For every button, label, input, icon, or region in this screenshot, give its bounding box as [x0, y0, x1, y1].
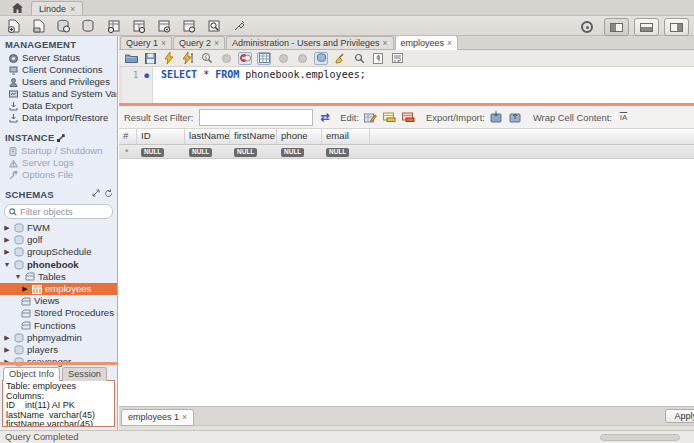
tree-item-employees[interactable]: ▶ employees — [0, 283, 117, 295]
create-schema-icon[interactable] — [81, 18, 97, 33]
tab-administration-users[interactable]: Administration - Users and Privileges× — [226, 36, 394, 49]
result-filter-input[interactable] — [199, 109, 313, 126]
sidebar-item-client-connections[interactable]: Client Connections — [0, 64, 117, 76]
tree-item-players[interactable]: ▶ players — [0, 344, 117, 356]
expand-panel-icon[interactable] — [92, 189, 100, 198]
toggle-left-panel-button[interactable] — [604, 18, 629, 36]
column-header-lastname[interactable]: lastName — [185, 129, 230, 144]
column-header-hash[interactable]: # — [119, 129, 137, 144]
toggle-autocommit-icon[interactable] — [314, 52, 328, 65]
rollback-icon[interactable] — [295, 52, 309, 65]
close-icon[interactable]: × — [447, 37, 452, 49]
home-tab[interactable] — [6, 1, 28, 14]
limit-rows-icon[interactable] — [257, 52, 271, 65]
open-inspector-icon[interactable] — [56, 18, 72, 33]
tree-item-stored-procedures[interactable]: Stored Procedures — [0, 307, 117, 319]
reconnect-dbms-icon[interactable] — [231, 18, 247, 33]
chevron-right-icon[interactable]: ▶ — [3, 332, 11, 344]
sidebar-item-startup-shutdown[interactable]: Startup / Shutdown — [0, 145, 117, 157]
close-icon[interactable]: × — [182, 410, 187, 425]
search-table-data-icon[interactable] — [206, 18, 222, 33]
tree-item-phonebook[interactable]: ▼ phonebook — [0, 259, 117, 271]
apply-button[interactable]: Apply — [665, 409, 694, 423]
chevron-right-icon[interactable]: ▶ — [3, 222, 11, 234]
tab-object-info[interactable]: Object Info — [3, 367, 60, 381]
sidebar-item-status-system-variables[interactable]: Status and System Variables — [0, 88, 117, 100]
chevron-right-icon[interactable]: ▶ — [3, 234, 11, 246]
tree-item-phpmyadmin[interactable]: ▶ phpmyadmin — [0, 332, 117, 344]
column-header-email[interactable]: email — [322, 129, 370, 144]
cell-email[interactable]: NULL — [322, 146, 370, 157]
export-icon[interactable] — [489, 111, 504, 124]
scrollbar-thumb[interactable] — [600, 434, 680, 441]
tree-item-views[interactable]: Views — [0, 295, 117, 307]
chevron-right-icon[interactable]: ▶ — [3, 246, 11, 258]
chevron-down-icon[interactable]: ▼ — [3, 259, 11, 271]
sidebar-item-server-status[interactable]: Server Status — [0, 52, 117, 64]
tab-session[interactable]: Session — [62, 367, 107, 381]
tab-query-2[interactable]: Query 2× — [173, 36, 225, 49]
create-view-icon[interactable] — [131, 18, 147, 33]
explain-icon[interactable] — [200, 52, 214, 65]
sql-editor[interactable]: 1 ● SELECT * FROM phonebook.employees; — [119, 67, 694, 103]
refresh-schemas-icon[interactable] — [104, 189, 113, 198]
tree-item-golf[interactable]: ▶ golf — [0, 234, 117, 246]
close-icon[interactable]: × — [383, 37, 388, 49]
edit-record-icon[interactable] — [363, 111, 378, 124]
table-row-new[interactable]: * NULL NULL NULL NULL NULL — [119, 145, 694, 159]
column-header-id[interactable]: ID — [137, 129, 185, 144]
cell-id[interactable]: NULL — [137, 146, 185, 157]
column-header-filler — [370, 129, 694, 144]
delete-row-icon[interactable] — [401, 111, 416, 124]
tab-employees[interactable]: employees× — [395, 36, 459, 50]
tree-item-fwm[interactable]: ▶ FWM — [0, 222, 117, 234]
tree-item-groupschedule[interactable]: ▶ groupSchedule — [0, 246, 117, 258]
refresh-icon[interactable]: ⇄ — [317, 111, 332, 124]
create-table-icon[interactable] — [106, 18, 122, 33]
chevron-right-icon[interactable]: ▶ — [3, 344, 11, 356]
close-icon[interactable]: × — [70, 4, 75, 14]
wrap-text-icon[interactable] — [390, 52, 404, 65]
cell-lastname[interactable]: NULL — [185, 146, 230, 157]
sidebar-item-data-import[interactable]: Data Import/Restore — [0, 112, 117, 124]
tab-employees-1[interactable]: employees 1× — [121, 409, 194, 426]
sidebar-item-server-logs[interactable]: Server Logs — [0, 157, 117, 169]
open-file-icon[interactable] — [124, 52, 138, 65]
tab-query-1[interactable]: Query 1× — [120, 36, 172, 49]
beautify-icon[interactable] — [333, 52, 347, 65]
invisible-characters-icon[interactable] — [371, 52, 385, 65]
create-function-icon[interactable] — [181, 18, 197, 33]
connection-tab[interactable]: Linode × — [31, 1, 83, 15]
schema-filter-input[interactable] — [20, 207, 106, 217]
open-sql-script-icon[interactable] — [31, 18, 47, 33]
sidebar-item-options-file[interactable]: Options File — [0, 169, 117, 181]
sql-code[interactable]: SELECT * FROM phonebook.employees; — [153, 67, 366, 103]
tree-item-functions[interactable]: Functions — [0, 320, 117, 332]
close-icon[interactable]: × — [161, 37, 166, 49]
execute-icon[interactable] — [162, 52, 176, 65]
sidebar-item-users-privileges[interactable]: Users and Privileges — [0, 76, 117, 88]
import-icon[interactable] — [508, 111, 523, 124]
stop-icon[interactable] — [219, 52, 233, 65]
toggle-stop-on-error-icon[interactable] — [238, 52, 252, 65]
toggle-right-panel-button[interactable] — [664, 18, 689, 36]
new-query-tab-icon[interactable] — [6, 18, 22, 33]
find-icon[interactable] — [352, 52, 366, 65]
insert-row-icon[interactable] — [382, 111, 397, 124]
wrap-cell-content-icon[interactable]: IA — [616, 111, 631, 124]
execute-current-statement-icon[interactable] — [181, 52, 195, 65]
tree-item-tables[interactable]: ▼ Tables — [0, 271, 117, 283]
column-header-phone[interactable]: phone — [277, 129, 322, 144]
cell-firstname[interactable]: NULL — [230, 146, 277, 157]
cell-phone[interactable]: NULL — [277, 146, 322, 157]
toggle-bottom-panel-button[interactable] — [634, 18, 659, 36]
create-procedure-icon[interactable] — [156, 18, 172, 33]
close-icon[interactable]: × — [214, 37, 219, 49]
sidebar-item-data-export[interactable]: Data Export — [0, 100, 117, 112]
save-icon[interactable] — [143, 52, 157, 65]
chevron-down-icon[interactable]: ▼ — [14, 271, 22, 283]
column-header-firstname[interactable]: firstName — [230, 129, 277, 144]
chevron-right-icon[interactable]: ▶ — [21, 283, 29, 295]
commit-icon[interactable] — [276, 52, 290, 65]
schema-filter[interactable] — [4, 204, 113, 219]
